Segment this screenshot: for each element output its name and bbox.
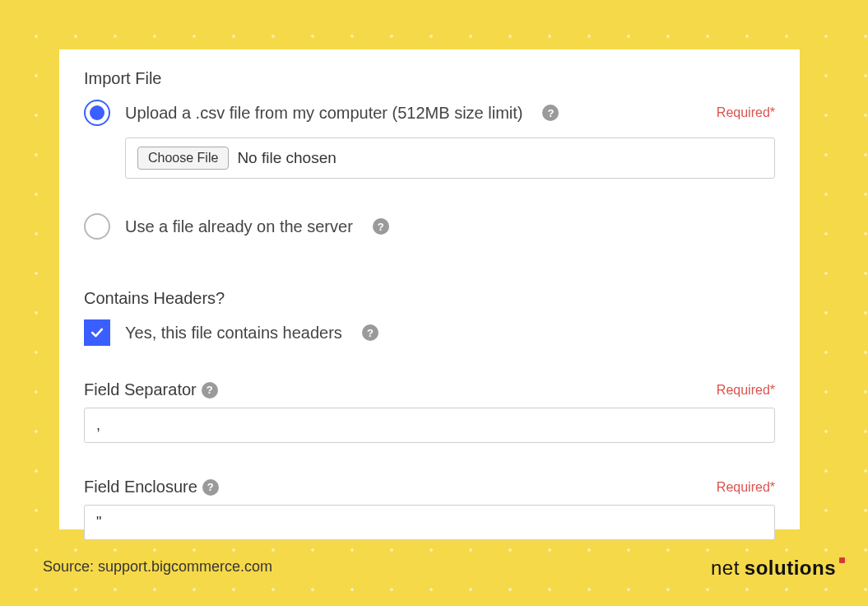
choose-file-button[interactable]: Choose File: [137, 147, 229, 170]
field-separator-label: Field Separator: [84, 380, 197, 399]
brand-logo: net solutions: [711, 557, 845, 580]
headers-checkbox-label: Yes, this file contains headers: [125, 324, 342, 343]
file-input-container: Choose File No file chosen: [125, 138, 775, 179]
radio-selected-dot: [90, 105, 104, 120]
upload-option-label: Upload a .csv file from my computer (512…: [125, 104, 522, 123]
headers-checkbox[interactable]: [84, 319, 110, 346]
server-file-option-row[interactable]: Use a file already on the server ?: [84, 213, 775, 240]
field-enclosure-label: Field Enclosure: [84, 478, 197, 496]
upload-file-option-row[interactable]: Upload a .csv file from my computer (512…: [84, 100, 775, 126]
field-separator-group: Field Separator ? Required*: [84, 380, 775, 443]
required-indicator: Required*: [717, 105, 775, 120]
upload-radio-button[interactable]: [84, 100, 110, 126]
required-indicator: Required*: [717, 480, 775, 495]
check-icon: [89, 324, 105, 341]
field-separator-label-row: Field Separator ? Required*: [84, 380, 775, 399]
server-option-label: Use a file already on the server: [125, 217, 353, 236]
field-enclosure-input[interactable]: [84, 505, 775, 540]
import-file-title: Import File: [84, 69, 775, 88]
contains-headers-title: Contains Headers?: [84, 289, 775, 308]
brand-part1: net: [711, 557, 740, 580]
source-attribution: Source: support.bigcommerce.com: [43, 558, 272, 576]
field-enclosure-label-row: Field Enclosure ? Required*: [84, 478, 775, 496]
headers-checkbox-row[interactable]: Yes, this file contains headers ?: [84, 319, 775, 346]
help-icon[interactable]: ?: [362, 324, 378, 341]
server-radio-button[interactable]: [84, 213, 110, 240]
field-enclosure-group: Field Enclosure ? Required*: [84, 478, 775, 540]
brand-dot-icon: [839, 557, 845, 563]
help-icon[interactable]: ?: [542, 105, 559, 121]
field-separator-input[interactable]: [84, 408, 775, 443]
brand-part2: solutions: [745, 557, 836, 580]
help-icon[interactable]: ?: [202, 382, 218, 399]
file-chosen-status: No file chosen: [237, 149, 336, 167]
help-icon[interactable]: ?: [202, 479, 219, 496]
import-form-panel: Import File Upload a .csv file from my c…: [59, 49, 800, 529]
required-indicator: Required*: [717, 383, 775, 398]
help-icon[interactable]: ?: [373, 218, 389, 235]
